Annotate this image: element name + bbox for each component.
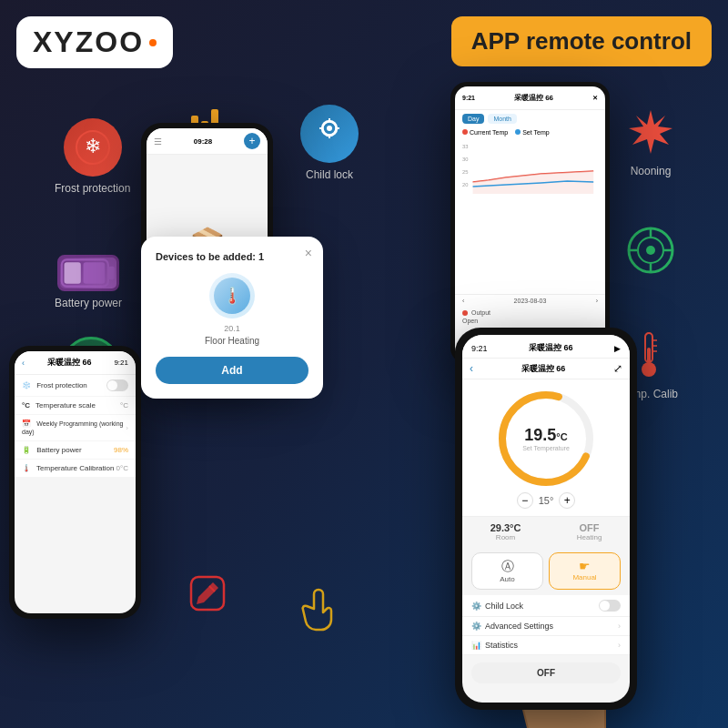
- phone-main-screen: 9:21 采暖温控 66 ▶ ‹ 采暖温控 66 ⤢: [462, 335, 630, 703]
- logo-dot: [149, 39, 157, 46]
- svg-marker-10: [629, 110, 672, 154]
- childlock-label: Child lock: [306, 168, 353, 181]
- chart-tabs: Day Month: [455, 110, 605, 127]
- nooning-label: Nooning: [631, 165, 672, 177]
- phone-main-body: 9:21 采暖温控 66 ▶ ‹ 采暖温控 66 ⤢: [455, 328, 637, 710]
- svg-rect-13: [65, 262, 81, 284]
- frost-icon: ❄: [64, 118, 122, 177]
- weekly-icon: 📅: [22, 420, 31, 428]
- heating-item: OFF Heating: [577, 522, 602, 541]
- legend-current: Current Temp: [470, 129, 508, 136]
- tempcalib-row-icon: 🌡️: [22, 464, 31, 472]
- tempscale-label: Temperature scale: [35, 401, 96, 410]
- room-label: Room: [490, 533, 521, 541]
- feature-touch: [291, 582, 346, 637]
- off-button[interactable]: OFF: [471, 662, 621, 683]
- tab-day[interactable]: Day: [462, 114, 484, 124]
- thermostat-display: 19.5°C Set Temperature − 15° +: [462, 379, 630, 516]
- svg-point-27: [642, 362, 656, 377]
- date-next-btn[interactable]: ›: [596, 298, 598, 304]
- phone-settings: ‹ 采暖温控 66 9:21 ❄️ Frost protection °C Te…: [9, 346, 141, 619]
- settings-row-frost: ❄️ Frost protection: [15, 375, 136, 397]
- settings-header: ‹ 采暖温控 66 9:21: [15, 351, 136, 375]
- add-btn-circle[interactable]: +: [244, 133, 260, 149]
- battery-label: Battery power: [55, 297, 122, 309]
- advanced-arrow: ›: [618, 622, 621, 631]
- auto-label: Auto: [500, 575, 514, 583]
- tempcalib-value: 0°C: [116, 464, 128, 472]
- target-icon: [623, 223, 678, 278]
- chart-date-nav: ‹ 2023-08-03 ›: [455, 294, 605, 307]
- svg-point-4: [327, 126, 332, 131]
- heating-label: Heating: [577, 533, 602, 541]
- settings-row-tempscale: °C Temperature scale °C: [15, 397, 136, 415]
- feature-battery: Battery power: [55, 255, 122, 309]
- settings-row-weekly[interactable]: 📅 Weekly Programming (working day) ›: [15, 415, 136, 441]
- touch-icon: [291, 582, 346, 637]
- popup-device-icon: 🌡️: [209, 273, 255, 318]
- temp-minus-btn[interactable]: −: [517, 492, 533, 509]
- output-val: Open: [462, 318, 598, 324]
- logo-text: XYZOO: [33, 25, 144, 58]
- tempscale-value: °C: [120, 401, 128, 410]
- temp-plus-btn[interactable]: +: [559, 492, 575, 509]
- chart-header: 9:21 采暖温控 66 ✕: [455, 86, 605, 110]
- manual-mode-btn[interactable]: ☛ Manual: [549, 552, 621, 590]
- stats-arrow: ›: [618, 641, 621, 650]
- auto-icon: Ⓐ: [501, 559, 514, 575]
- feature-target: [623, 223, 678, 283]
- svg-rect-14: [84, 262, 106, 284]
- chart-legend: Current Temp Set Temp: [455, 127, 605, 137]
- feature-edit: [182, 568, 233, 619]
- battery-icon: [57, 255, 119, 291]
- set-temp-val: 15°: [539, 495, 554, 506]
- svg-text:❄: ❄: [85, 135, 101, 157]
- stats-row-label: Statistics: [485, 641, 518, 650]
- popup-device-name: Floor Heating: [156, 336, 308, 346]
- popup-close-btn[interactable]: ×: [305, 246, 312, 260]
- tempscale-icon: °C: [22, 401, 30, 410]
- phone-chart-body: 9:21 采暖温控 66 ✕ Day Month Current Temp Se…: [450, 82, 610, 364]
- room-temp-val: 29.3°C: [490, 522, 521, 533]
- phone-settings-body: ‹ 采暖温控 66 9:21 ❄️ Frost protection °C Te…: [9, 346, 141, 619]
- frost-toggle[interactable]: [106, 379, 128, 391]
- app-header-text: APP remote control: [471, 27, 692, 55]
- phone-chart-screen: 9:21 采暖温控 66 ✕ Day Month Current Temp Se…: [455, 86, 605, 359]
- svg-text:33: 33: [462, 144, 469, 149]
- popup-add-button[interactable]: Add: [156, 357, 308, 384]
- settings-status: 9:21: [114, 359, 128, 367]
- popup-temp-display: 20.1: [156, 324, 308, 333]
- temp-info-row: 29.3°C Room OFF Heating: [462, 516, 630, 547]
- tempcalib-row-label: Temperature Calibration: [36, 464, 114, 472]
- nodev-header: ☰ 09:28 +: [147, 128, 268, 155]
- child-lock-label: Child Lock: [485, 602, 523, 611]
- tab-month[interactable]: Month: [488, 114, 516, 124]
- feature-childlock: Child lock: [300, 105, 359, 181]
- svg-rect-12: [108, 267, 115, 280]
- current-temp: 19.5°C: [522, 426, 570, 445]
- battery-value: 98%: [114, 446, 128, 454]
- main-title: 采暖温控 66: [529, 342, 573, 354]
- auto-mode-btn[interactable]: Ⓐ Auto: [471, 552, 543, 590]
- nooning-icon: [623, 105, 678, 159]
- advanced-settings-row[interactable]: ⚙️ Advanced Settings ›: [462, 617, 630, 636]
- statistics-row[interactable]: 📊 Statistics ›: [462, 636, 630, 655]
- settings-title: 采暖温控 66: [25, 357, 114, 369]
- main-status-bar: 9:21 采暖温控 66 ▶: [462, 335, 630, 359]
- weekly-arrow: ›: [126, 424, 128, 432]
- svg-text:25: 25: [462, 169, 469, 175]
- svg-rect-26: [647, 348, 651, 364]
- settings-row-tempcalib: 🌡️ Temperature Calibration 0°C: [15, 460, 136, 478]
- child-lock-toggle[interactable]: [599, 600, 621, 612]
- date-prev-btn[interactable]: ‹: [462, 298, 464, 304]
- mode-buttons: Ⓐ Auto ☛ Manual: [462, 547, 630, 595]
- main-signal: ▶: [614, 344, 621, 353]
- legend-set: Set Temp: [522, 129, 549, 136]
- temp-ring: 19.5°C Set Temperature: [496, 389, 596, 489]
- chart-date: 2023-08-03: [514, 298, 547, 304]
- app-header-banner: APP remote control: [451, 16, 712, 66]
- expand-icon[interactable]: ⤢: [613, 362, 622, 375]
- logo: XYZOO: [16, 16, 173, 68]
- edit-icon: [182, 568, 233, 619]
- svg-text:20: 20: [462, 182, 469, 187]
